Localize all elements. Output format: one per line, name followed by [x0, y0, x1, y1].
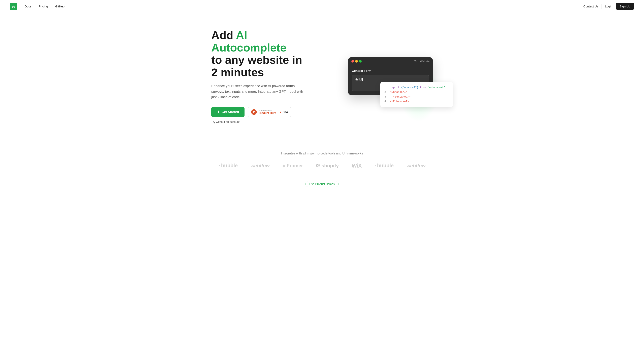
hero-title-part2: to any website in2 minutes [211, 53, 302, 79]
hero-title-part1: Add [211, 29, 236, 41]
nav-left: Docs Pricing GitHub [10, 2, 64, 10]
product-hunt-button[interactable]: P FEATURED ON Product Hunt ▲ 334 [248, 107, 291, 117]
component-name: {EnhanceAI} [401, 86, 418, 89]
nav-right: Contact Us Login Sign Up [584, 3, 634, 10]
nav-pricing[interactable]: Pricing [39, 5, 48, 8]
logo-shopify: 🛍 shopify [316, 163, 339, 169]
code-snippet: 1 import {EnhanceAI} from "enhanceai" ; … [380, 82, 453, 107]
nav-docs[interactable]: Docs [24, 5, 32, 8]
nav-github[interactable]: GitHub [55, 5, 64, 8]
textarea-tag: <textarea/> [393, 95, 410, 98]
nav-contact-us[interactable]: Contact Us [584, 5, 598, 8]
bubble-dot-2: · [374, 162, 376, 169]
code-line-2: 2 <EnhanceAI> [384, 90, 449, 94]
close-tag: </EnhanceAI> [390, 99, 409, 104]
dot-green-close [359, 60, 362, 62]
logo-webflow-2: webflow [406, 163, 426, 169]
get-started-label: Get Started [222, 110, 239, 114]
code-line-3: 3 <textarea/> [384, 94, 449, 99]
module-name: "enhanceai" [428, 86, 445, 89]
window-titlebar: Your Website [348, 57, 433, 65]
try-link[interactable]: Try without an account! [211, 120, 320, 123]
logo-wix: WiX [352, 162, 362, 169]
hero-left: Add AI Autocomplete to any website in2 m… [211, 29, 320, 123]
dot-yellow [355, 60, 358, 62]
live-demos-section: Live Product Demos [0, 177, 644, 189]
code-line-1: 1 import {EnhanceAI} from "enhanceai" ; [384, 85, 449, 90]
logos-row: ·bubble webflow ◈ Framer 🛍 shopify WiX ·… [0, 162, 644, 169]
window-dots [352, 60, 362, 62]
import-keyword: import [390, 86, 400, 89]
integrations-title: Integrates with all major no-code tools … [0, 152, 644, 155]
product-hunt-text: FEATURED ON Product Hunt [258, 109, 276, 115]
live-demos-badge[interactable]: Live Product Demos [306, 181, 338, 187]
bubble-dot: · [218, 162, 220, 169]
signup-button[interactable]: Sign Up [616, 3, 634, 10]
shopify-icon: 🛍 [316, 163, 320, 168]
product-hunt-count: ▲ 334 [280, 110, 288, 114]
code-line-4: 4 </EnhanceAI> [384, 99, 449, 104]
logo-framer: ◈ Framer [282, 163, 303, 169]
from-keyword: from [420, 86, 426, 89]
form-label: Contact Form [352, 69, 429, 72]
hero-right: Your Website Contact Form Hello! 1 impor… [348, 57, 433, 95]
hero-section: Add AI Autocomplete to any website in2 m… [171, 13, 473, 140]
navbar: Docs Pricing GitHub Contact Us Login Sig… [0, 0, 644, 13]
product-hunt-logo: P [251, 109, 257, 115]
integrations-section: Integrates with all major no-code tools … [0, 140, 644, 177]
framer-icon: ◈ [282, 163, 285, 168]
vote-count: 334 [283, 110, 288, 114]
login-button[interactable]: Login [605, 5, 612, 8]
product-hunt-featured: FEATURED ON [258, 109, 276, 111]
sparkle-icon: ✦ [217, 110, 220, 114]
logo-bubble-1: ·bubble [218, 162, 238, 169]
open-tag: <EnhanceAI> [390, 90, 407, 94]
get-started-button[interactable]: ✦ Get Started [211, 107, 244, 117]
hero-buttons: ✦ Get Started P FEATURED ON Product Hunt… [211, 107, 320, 117]
logo-webflow-1: webflow [250, 163, 270, 169]
textarea-value: Hello! [355, 78, 362, 81]
product-hunt-name: Product Hunt [258, 111, 276, 115]
cursor-icon [362, 78, 363, 81]
logo-bubble-2: ·bubble [374, 162, 394, 169]
window-title: Your Website [414, 60, 430, 63]
upvote-icon: ▲ [280, 111, 282, 113]
nav-divider [602, 4, 602, 9]
dot-red [352, 60, 354, 62]
logo-icon[interactable] [10, 2, 17, 10]
hero-title: Add AI Autocomplete to any website in2 m… [211, 29, 320, 78]
hero-description: Enhance your user's experience with AI p… [211, 83, 304, 100]
